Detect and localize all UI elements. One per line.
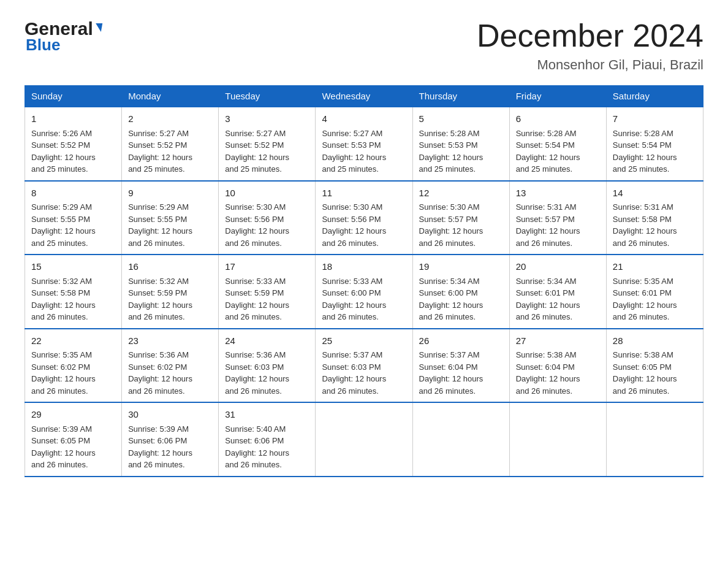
day-number: 23 (128, 334, 212, 348)
day-number: 17 (225, 260, 309, 274)
sunrise-info: Sunrise: 5:34 AM (516, 277, 577, 286)
sunrise-info: Sunrise: 5:38 AM (516, 350, 577, 359)
sunset-info: Sunset: 5:56 PM (225, 215, 284, 224)
sunrise-info: Sunrise: 5:39 AM (31, 424, 92, 434)
calendar-cell: 30Sunrise: 5:39 AMSunset: 6:06 PMDayligh… (122, 402, 219, 477)
day-number: 11 (322, 186, 406, 201)
day-number: 15 (31, 260, 115, 274)
daylight-info: Daylight: 12 hoursand 26 minutes. (419, 226, 483, 248)
sunrise-info: Sunrise: 5:28 AM (419, 129, 480, 138)
daylight-info: Daylight: 12 hoursand 26 minutes. (225, 448, 289, 470)
calendar-cell: 4Sunrise: 5:27 AMSunset: 5:53 PMDaylight… (316, 107, 412, 181)
sunset-info: Sunset: 5:52 PM (31, 140, 90, 150)
day-number: 21 (613, 260, 697, 274)
sunrise-info: Sunrise: 5:29 AM (128, 202, 189, 212)
day-number: 4 (322, 112, 406, 126)
sunrise-info: Sunrise: 5:35 AM (31, 350, 92, 359)
day-number: 3 (225, 112, 309, 126)
sunset-info: Sunset: 5:53 PM (419, 140, 478, 150)
sunset-info: Sunset: 5:54 PM (613, 140, 672, 150)
daylight-info: Daylight: 12 hoursand 26 minutes. (31, 448, 96, 470)
daylight-info: Daylight: 12 hoursand 26 minutes. (31, 301, 96, 322)
logo: General Blue (25, 18, 102, 55)
calendar-cell (316, 402, 412, 477)
calendar-cell: 1Sunrise: 5:26 AMSunset: 5:52 PMDaylight… (25, 107, 122, 181)
sunrise-info: Sunrise: 5:37 AM (322, 350, 382, 359)
calendar-week-row: 22Sunrise: 5:35 AMSunset: 6:02 PMDayligh… (25, 329, 703, 403)
logo-blue-text: Blue (26, 36, 102, 55)
daylight-info: Daylight: 12 hoursand 26 minutes. (613, 374, 677, 396)
calendar-cell: 22Sunrise: 5:35 AMSunset: 6:02 PMDayligh… (25, 329, 122, 403)
day-number: 28 (613, 334, 697, 348)
sunrise-info: Sunrise: 5:26 AM (31, 129, 92, 138)
day-number: 22 (31, 334, 115, 348)
calendar-cell: 24Sunrise: 5:36 AMSunset: 6:03 PMDayligh… (219, 329, 316, 403)
day-number: 19 (419, 260, 503, 274)
sunrise-info: Sunrise: 5:32 AM (128, 277, 189, 286)
calendar-cell: 20Sunrise: 5:34 AMSunset: 6:01 PMDayligh… (509, 255, 606, 329)
daylight-info: Daylight: 12 hoursand 26 minutes. (322, 226, 386, 248)
sunrise-info: Sunrise: 5:35 AM (613, 277, 673, 286)
daylight-info: Daylight: 12 hoursand 26 minutes. (516, 301, 580, 322)
day-number: 5 (419, 112, 503, 126)
calendar-week-row: 15Sunrise: 5:32 AMSunset: 5:58 PMDayligh… (25, 255, 703, 329)
sunrise-info: Sunrise: 5:34 AM (419, 277, 480, 286)
day-number: 25 (322, 334, 406, 348)
calendar-cell: 3Sunrise: 5:27 AMSunset: 5:52 PMDaylight… (219, 107, 316, 181)
day-number: 14 (613, 186, 697, 201)
daylight-info: Daylight: 12 hoursand 25 minutes. (31, 226, 96, 248)
daylight-info: Daylight: 12 hoursand 26 minutes. (613, 301, 677, 322)
col-header-friday: Friday (509, 86, 606, 107)
sunrise-info: Sunrise: 5:30 AM (225, 202, 286, 212)
month-title: December 2024 (477, 18, 703, 53)
daylight-info: Daylight: 12 hoursand 26 minutes. (419, 301, 483, 322)
sunset-info: Sunset: 5:56 PM (322, 215, 381, 224)
sunrise-info: Sunrise: 5:27 AM (128, 129, 189, 138)
day-number: 31 (225, 408, 309, 422)
day-number: 7 (613, 112, 697, 126)
sunrise-info: Sunrise: 5:38 AM (613, 350, 673, 359)
daylight-info: Daylight: 12 hoursand 26 minutes. (225, 301, 289, 322)
daylight-info: Daylight: 12 hoursand 25 minutes. (31, 153, 96, 174)
daylight-info: Daylight: 12 hoursand 25 minutes. (225, 153, 289, 174)
sunrise-info: Sunrise: 5:30 AM (322, 202, 382, 212)
day-number: 24 (225, 334, 309, 348)
title-area: December 2024 Monsenhor Gil, Piaui, Braz… (477, 18, 703, 73)
col-header-sunday: Sunday (25, 86, 122, 107)
calendar-cell: 27Sunrise: 5:38 AMSunset: 6:04 PMDayligh… (509, 329, 606, 403)
calendar-cell: 26Sunrise: 5:37 AMSunset: 6:04 PMDayligh… (412, 329, 509, 403)
day-number: 26 (419, 334, 503, 348)
daylight-info: Daylight: 12 hoursand 25 minutes. (322, 153, 386, 174)
sunset-info: Sunset: 6:00 PM (322, 288, 381, 297)
calendar-cell: 14Sunrise: 5:31 AMSunset: 5:58 PMDayligh… (606, 181, 703, 255)
sunset-info: Sunset: 6:05 PM (613, 362, 672, 372)
col-header-saturday: Saturday (606, 86, 703, 107)
calendar-cell: 12Sunrise: 5:30 AMSunset: 5:57 PMDayligh… (412, 181, 509, 255)
day-number: 1 (31, 112, 115, 126)
sunrise-info: Sunrise: 5:28 AM (613, 129, 673, 138)
daylight-info: Daylight: 12 hoursand 25 minutes. (419, 153, 483, 174)
day-number: 27 (516, 334, 600, 348)
sunrise-info: Sunrise: 5:30 AM (419, 202, 480, 212)
sunrise-info: Sunrise: 5:32 AM (31, 277, 92, 286)
daylight-info: Daylight: 12 hoursand 26 minutes. (516, 374, 580, 396)
sunrise-info: Sunrise: 5:27 AM (322, 129, 382, 138)
day-number: 2 (128, 112, 212, 126)
calendar-week-row: 8Sunrise: 5:29 AMSunset: 5:55 PMDaylight… (25, 181, 703, 255)
page-header: General Blue December 2024 Monsenhor Gil… (25, 18, 703, 73)
daylight-info: Daylight: 12 hoursand 26 minutes. (128, 301, 192, 322)
daylight-info: Daylight: 12 hoursand 25 minutes. (613, 153, 677, 174)
calendar-cell: 5Sunrise: 5:28 AMSunset: 5:53 PMDaylight… (412, 107, 509, 181)
calendar-cell: 11Sunrise: 5:30 AMSunset: 5:56 PMDayligh… (316, 181, 412, 255)
calendar-cell: 16Sunrise: 5:32 AMSunset: 5:59 PMDayligh… (122, 255, 219, 329)
day-number: 13 (516, 186, 600, 201)
daylight-info: Daylight: 12 hoursand 26 minutes. (322, 301, 386, 322)
calendar-cell: 18Sunrise: 5:33 AMSunset: 6:00 PMDayligh… (316, 255, 412, 329)
day-number: 18 (322, 260, 406, 274)
day-number: 8 (31, 186, 115, 201)
day-number: 30 (128, 408, 212, 422)
sunset-info: Sunset: 5:59 PM (128, 288, 187, 297)
day-number: 12 (419, 186, 503, 201)
col-header-wednesday: Wednesday (316, 86, 412, 107)
calendar-cell (412, 402, 509, 477)
